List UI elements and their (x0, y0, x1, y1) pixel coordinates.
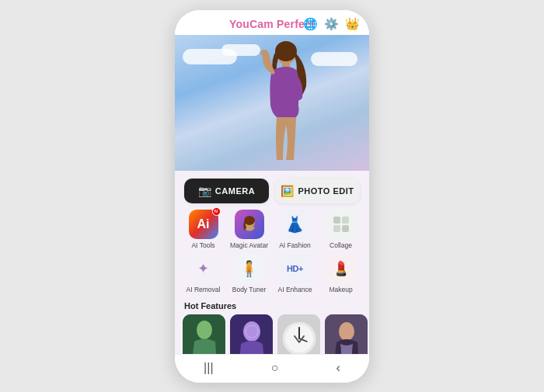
ai-tools-label: AI Tools (191, 241, 214, 249)
collage-icon (333, 216, 350, 233)
nav-menu-icon[interactable]: ||| (204, 361, 213, 375)
camera-label: CAMERA (215, 186, 255, 196)
hero-image (175, 35, 369, 171)
premium-icon[interactable]: 👑 (345, 17, 360, 31)
feature-ai-removal[interactable]: ✦ AI Removal (183, 254, 224, 293)
ai-removal-icon-box: ✦ (189, 254, 218, 283)
cloud-right (311, 52, 357, 66)
collage-icon-box (326, 210, 356, 239)
feature-grid: Ai N AI Tools Magic Avatar (175, 210, 369, 298)
hot-features-heading: Hot Features (175, 298, 369, 314)
app-title: YouCam Perfect (229, 18, 315, 30)
camera-icon: 📷 (198, 185, 211, 197)
ai-fashion-icon-box: 👗 (281, 210, 310, 239)
bottom-nav: ||| ○ ‹ (175, 354, 369, 383)
feature-makeup[interactable]: 💄 Makeup (320, 254, 361, 293)
feature-ai-fashion[interactable]: 👗 AI Fashion (274, 210, 316, 249)
svg-rect-7 (342, 217, 349, 224)
app-header: YouCam Perfect 🌐 ⚙️ 👑 (175, 10, 369, 35)
thumb-1-art (183, 314, 225, 354)
svg-rect-9 (342, 225, 349, 232)
hot-thumb-1[interactable] (183, 314, 225, 354)
ai-enhance-label: AI Enhance (278, 286, 312, 293)
hot-thumb-2[interactable] (230, 314, 273, 354)
body-tuner-label: Body Tuner (232, 286, 266, 293)
svg-point-21 (339, 322, 354, 341)
ai-enhance-icon-box: HD+ (281, 254, 310, 283)
magic-avatar-label: Magic Avatar (230, 241, 268, 249)
feature-ai-tools[interactable]: Ai N AI Tools (183, 210, 224, 249)
ai-removal-icon: ✦ (197, 260, 209, 277)
makeup-icon-box: 💄 (326, 254, 356, 283)
photo-edit-icon: 🖼️ (281, 185, 294, 197)
magic-avatar-icon (239, 213, 260, 235)
feature-collage[interactable]: Collage (320, 210, 361, 249)
header-icons-group: 🌐 ⚙️ 👑 (303, 17, 360, 31)
thumb-3-art (277, 314, 320, 354)
ai-tools-icon-box: Ai N (189, 210, 218, 239)
svg-point-5 (244, 216, 255, 225)
makeup-icon: 💄 (333, 260, 350, 277)
magic-avatar-icon-box (235, 210, 264, 239)
phone-frame: YouCam Perfect 🌐 ⚙️ 👑 (175, 10, 369, 383)
app-title-plain: YouCam (229, 18, 277, 30)
ai-removal-label: AI Removal (187, 286, 221, 293)
svg-point-3 (260, 50, 268, 56)
ai-fashion-label: AI Fashion (279, 241, 311, 249)
body-tuner-icon-box: 🧍 (235, 254, 264, 283)
main-content: 📷 CAMERA 🖼️ PHOTO EDIT Ai N AI Tools (175, 171, 369, 354)
hot-thumb-4[interactable] (325, 314, 368, 354)
hot-thumb-3[interactable] (277, 314, 320, 354)
ai-tools-badge: N (212, 207, 221, 216)
makeup-label: Makeup (329, 286, 352, 293)
nav-home-icon[interactable]: ○ (271, 361, 279, 375)
ai-enhance-icon: HD+ (287, 264, 303, 273)
ai-fashion-icon: 👗 (285, 215, 305, 234)
discover-icon[interactable]: 🌐 (303, 17, 318, 31)
body-tuner-icon: 🧍 (239, 259, 259, 278)
settings-icon[interactable]: ⚙️ (324, 17, 339, 31)
thumb-4-art (325, 314, 368, 354)
svg-rect-8 (333, 225, 340, 232)
feature-magic-avatar[interactable]: Magic Avatar (228, 210, 270, 249)
thumb-2-art (230, 314, 273, 354)
hero-person (253, 36, 316, 171)
collage-label: Collage (330, 241, 352, 249)
camera-button[interactable]: 📷 CAMERA (184, 179, 269, 203)
svg-rect-6 (333, 217, 340, 224)
photo-edit-label: PHOTO EDIT (298, 186, 354, 196)
feature-body-tuner[interactable]: 🧍 Body Tuner (228, 254, 270, 293)
photo-edit-button[interactable]: 🖼️ PHOTO EDIT (275, 179, 360, 203)
ai-tools-icon: Ai (197, 217, 210, 231)
nav-back-icon[interactable]: ‹ (337, 361, 340, 375)
svg-point-11 (197, 321, 212, 339)
action-buttons: 📷 CAMERA 🖼️ PHOTO EDIT (175, 171, 369, 210)
feature-ai-enhance[interactable]: HD+ AI Enhance (274, 254, 316, 293)
hot-features-scroll (175, 314, 369, 354)
